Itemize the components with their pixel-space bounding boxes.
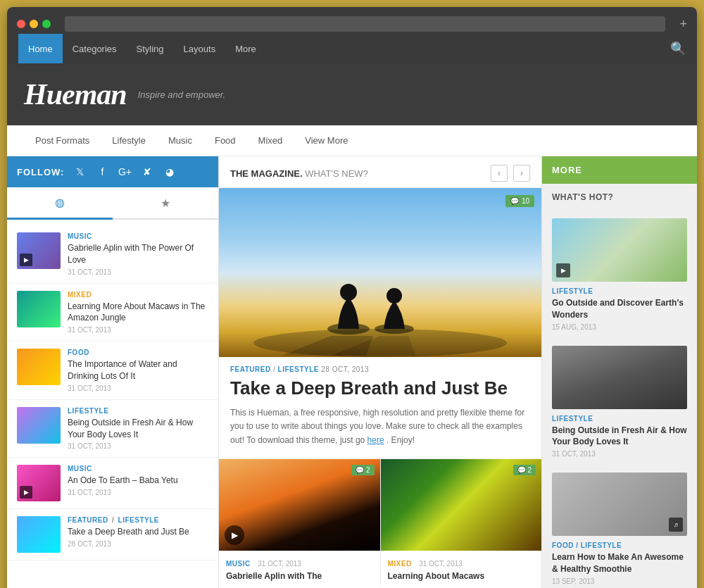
top-nav: Home Categories Styling Layouts More 🔍: [7, 34, 697, 63]
prev-arrow[interactable]: ‹: [491, 165, 508, 182]
nav-item-more[interactable]: More: [225, 34, 266, 63]
whats-hot-header: WHAT'S HOT?: [542, 184, 697, 211]
nav-item-categories[interactable]: Categories: [63, 34, 127, 63]
article-excerpt: This is Hueman, a free responsive, high …: [230, 406, 530, 447]
address-bar[interactable]: [65, 16, 665, 32]
hot-post-title[interactable]: Being Outside in Fresh Air & How Your Bo…: [552, 425, 687, 449]
post-category: MUSIC: [68, 465, 208, 473]
hot-thumb[interactable]: ▶: [552, 218, 687, 282]
hot-thumb[interactable]: [552, 346, 687, 409]
site-header: Hueman Inspire and empower.: [7, 63, 697, 125]
thumb-card-music: ▶ 💬 2 MUSIC 31 OCT, 2013 Gabrielle Aplin…: [219, 459, 381, 587]
hot-post-date: 15 AUG, 2013: [552, 323, 687, 331]
article-link[interactable]: here: [367, 435, 384, 445]
post-info: FEATURED / LIFESTYLE Take a Deep Breath …: [68, 516, 208, 548]
post-info: LIFESTYLE Being Outside in Fresh Air & H…: [68, 407, 208, 451]
post-title[interactable]: Learning More About Macaws in The Amazon…: [68, 301, 208, 325]
magazine-label: THE MAGAZINE.: [230, 168, 303, 179]
post-category: FEATURED / LIFESTYLE: [68, 516, 208, 524]
article-category-line: FEATURED / LIFESTYLE 28 OCT, 2013: [230, 365, 530, 373]
thumb-title[interactable]: Gabrielle Aplin with The: [226, 571, 373, 581]
post-thumbnail[interactable]: ▶: [17, 232, 61, 269]
article-category: FEATURED: [230, 365, 271, 373]
nav-item-styling[interactable]: Styling: [127, 34, 174, 63]
thumb-card-image[interactable]: ▶ 💬 2: [219, 459, 380, 551]
hot-post-1: ▶ LIFESTYLE Go Outside and Discover Eart…: [542, 211, 697, 339]
post-thumbnail[interactable]: [17, 291, 61, 327]
hot-post-date: 31 OCT, 2013: [552, 450, 687, 458]
search-icon[interactable]: 🔍: [670, 41, 686, 56]
maximize-button[interactable]: [42, 20, 51, 28]
play-icon: ▶: [20, 486, 32, 499]
thumb-title[interactable]: Learning About Macaws: [388, 571, 535, 581]
post-title[interactable]: Gabrielle Aplin with The Power Of Love: [68, 242, 208, 266]
list-item: FOOD The Importance of Water and Drinkin…: [7, 342, 218, 400]
list-item: LIFESTYLE Being Outside in Fresh Air & H…: [7, 400, 218, 458]
left-sidebar: FOLLOW: 𝕏 f G+ ✘ ◕ ◍ ★ ▶: [7, 156, 218, 588]
post-category: FOOD: [68, 349, 208, 356]
minimize-button[interactable]: [30, 20, 38, 28]
post-info: MIXED Learning More About Macaws in The …: [68, 291, 208, 334]
svg-point-2: [340, 284, 357, 301]
next-arrow[interactable]: ›: [513, 165, 530, 182]
sec-nav-view-more[interactable]: View More: [294, 125, 359, 156]
tab-favorites[interactable]: ★: [113, 187, 218, 218]
post-title[interactable]: Take a Deep Breath and Just Be: [68, 526, 208, 538]
post-date: 31 OCT, 2013: [68, 384, 208, 392]
post-title[interactable]: Being Outside in Fresh Air & How Your Bo…: [68, 417, 208, 441]
sec-nav-lifestyle[interactable]: Lifestyle: [101, 125, 157, 156]
thumb-card-meta: MIXED 31 OCT, 2013 Learning About Macaws: [381, 551, 542, 587]
hot-post-title[interactable]: Go Outside and Discover Earth's Wonders: [552, 297, 687, 321]
hot-thumb[interactable]: ♬: [552, 473, 687, 536]
post-title[interactable]: An Ode To Earth – Baba Yetu: [68, 475, 208, 487]
thumb-cat: MIXED: [388, 560, 412, 568]
site-logo: Hueman: [24, 77, 127, 111]
play-icon: ▶: [20, 254, 32, 266]
post-thumbnail[interactable]: [17, 516, 61, 553]
post-thumbnail[interactable]: ▶: [17, 465, 61, 501]
post-thumbnail[interactable]: [17, 407, 61, 444]
magazine-title: THE MAGAZINE. WHAT'S NEW?: [230, 168, 368, 179]
comment-badge: 💬 2: [351, 465, 374, 475]
post-thumbnail[interactable]: [17, 349, 61, 385]
comment-count: 10: [522, 197, 529, 205]
close-button[interactable]: [17, 20, 25, 28]
new-tab-button[interactable]: +: [679, 17, 687, 32]
secondary-nav: Post Formats Lifestyle Music Food Mixed …: [7, 125, 697, 156]
hero-silhouette: [219, 188, 541, 357]
thumb-cat: MUSIC: [226, 560, 251, 568]
post-date: 28 OCT, 2013: [68, 540, 208, 548]
sec-nav-mixed[interactable]: Mixed: [247, 125, 294, 156]
article-title[interactable]: Take a Deep Breath and Just Be: [230, 377, 530, 399]
hero-background: [219, 188, 541, 357]
dribbble-icon[interactable]: ✘: [139, 163, 156, 180]
post-title[interactable]: The Importance of Water and Drinking Lot…: [68, 358, 208, 382]
list-item: ▶ MUSIC An Ode To Earth – Baba Yetu 31 O…: [7, 458, 218, 509]
twitter-icon[interactable]: 𝕏: [71, 163, 88, 180]
post-info: FOOD The Importance of Water and Drinkin…: [68, 349, 208, 392]
thumb-card-image[interactable]: 💬 2: [381, 459, 542, 551]
hot-post-3: ♬ FOOD / LIFESTYLE Learn How to Make An …: [542, 465, 697, 588]
sec-nav-food[interactable]: Food: [203, 125, 247, 156]
post-date: 31 OCT, 2013: [68, 489, 208, 496]
googleplus-icon[interactable]: G+: [116, 163, 133, 180]
sidebar-tabs: ◍ ★: [7, 187, 218, 220]
social-icons: 𝕏 f G+ ✘ ◕: [71, 163, 178, 180]
sec-nav-post-formats[interactable]: Post Formats: [24, 125, 101, 156]
article-meta: FEATURED / LIFESTYLE 28 OCT, 2013 Take a…: [219, 357, 541, 458]
hot-post-title[interactable]: Learn How to Make An Awesome & Healthy S…: [552, 551, 687, 575]
rss-icon[interactable]: ◕: [161, 163, 178, 180]
facebook-icon[interactable]: f: [94, 163, 111, 180]
featured-image[interactable]: 💬 10: [219, 188, 541, 357]
browser-window: + Home Categories Styling Layouts More 🔍…: [7, 7, 697, 588]
sidebar-posts: ▶ MUSIC Gabrielle Aplin with The Power O…: [7, 220, 218, 566]
play-icon: ▶: [225, 525, 244, 545]
thumb-card-mixed: 💬 2 MIXED 31 OCT, 2013 Learning About Ma…: [381, 459, 542, 587]
hot-post-2: LIFESTYLE Being Outside in Fresh Air & H…: [542, 339, 697, 466]
nav-item-home[interactable]: Home: [18, 34, 63, 63]
nav-item-layouts[interactable]: Layouts: [174, 34, 226, 63]
tab-recent[interactable]: ◍: [7, 187, 113, 220]
list-item: ▶ MUSIC Gabrielle Aplin with The Power O…: [7, 225, 218, 284]
sec-nav-music[interactable]: Music: [157, 125, 203, 156]
thumb-date: 31 OCT, 2013: [419, 560, 463, 568]
